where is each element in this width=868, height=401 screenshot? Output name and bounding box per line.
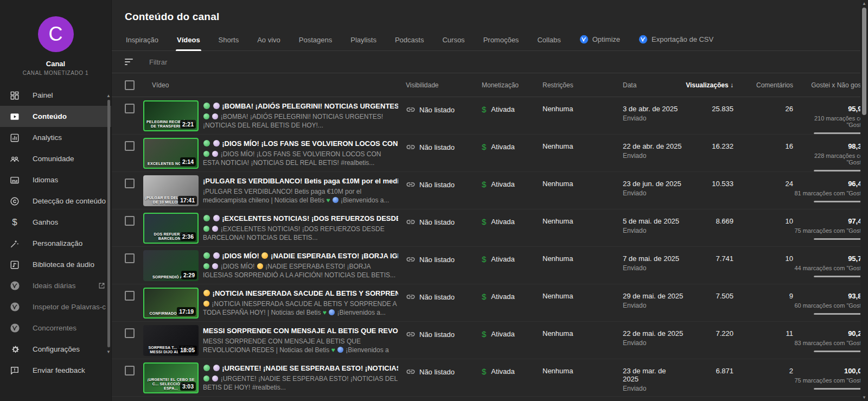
monetization-dollar-icon: $ <box>482 180 486 189</box>
sidebar-item-label: Concorrentes <box>33 324 76 332</box>
like-ratio-bar <box>814 201 868 202</box>
emoji-dot-icon <box>212 263 218 269</box>
sidebar-item-biblioteca-de-audio[interactable]: Biblioteca de áudio <box>0 254 111 275</box>
sidebar-item-label: Ideais diárias <box>33 282 76 290</box>
video-table-body: PELEGRINI RECIBIÓ PRO DE TRANSFERENC... … <box>112 97 868 397</box>
sidebar-item-painel[interactable]: Painel <box>0 85 111 106</box>
sidebar-item-configuracoes[interactable]: Configurações <box>0 339 111 360</box>
video-title[interactable]: MESSI SORPRENDE CON MENSAJE AL BETIS QUE… <box>203 326 398 336</box>
sidebar-item-ganhos[interactable]: $Ganhos <box>0 212 111 233</box>
like-count-note: 81 marcações com "Gostei" <box>793 190 868 196</box>
sidebar-item-enviar-feedback[interactable]: Enviar feedback <box>0 360 111 381</box>
video-thumbnail[interactable]: PELEGRINI RECIBIÓ PRO DE TRANSFERENC... … <box>143 100 199 131</box>
like-ratio-percent: 100,0% <box>793 367 868 375</box>
video-title[interactable]: ¡PULGAR ES VERDIBLANCO! Betis paga €10M … <box>203 176 398 186</box>
tab-collabs[interactable]: Collabs <box>536 31 561 50</box>
table-row[interactable]: DOS REFUERZOS BARCELONA 2:36 ¡EXCELENTES… <box>112 209 868 247</box>
row-checkbox[interactable] <box>125 253 135 263</box>
tab-inspiracao[interactable]: Inspiração <box>125 31 159 50</box>
tab-ao-vivo[interactable]: Ao vivo <box>256 31 282 50</box>
column-header-video[interactable]: Vídeo <box>143 81 406 89</box>
views-count: 7.505 <box>684 292 733 300</box>
table-row[interactable]: CONFIRMADO AHORA 17:19 ¡NOTICIA INESPERA… <box>112 284 868 322</box>
column-header-monetization[interactable]: Monetização <box>482 81 542 89</box>
emoji-dot-icon <box>337 347 343 353</box>
row-checkbox[interactable] <box>125 216 135 226</box>
sidebar-item-deteccao-de-conteudo[interactable]: Detecção de conteúdo <box>0 190 111 212</box>
row-checkbox[interactable] <box>125 104 135 113</box>
column-header-comments[interactable]: Comentários <box>733 81 793 89</box>
emoji-dot-icon <box>203 375 209 381</box>
main-scrollbar-thumb[interactable] <box>862 8 866 115</box>
row-checkbox[interactable] <box>125 179 135 188</box>
tab-postagens[interactable]: Postagens <box>298 31 333 50</box>
table-row[interactable]: ¡URGENTE! EL CEBO SE C... SELECCIÓN DE E… <box>112 359 868 397</box>
tab-shorts[interactable]: Shorts <box>218 31 240 50</box>
video-date-status: Enviado <box>623 264 684 272</box>
column-header-likes[interactable]: Gostei x Não gostei <box>793 81 868 89</box>
video-title[interactable]: ¡DIOS MÍO! ¡NADIE ESPERABA ESTO! ¡BORJA … <box>203 251 398 261</box>
video-thumbnail[interactable]: SORPRENDIÓ A T... 2:29 <box>143 250 199 281</box>
emoji-dot-icon <box>257 263 263 269</box>
views-count: 8.669 <box>684 217 733 225</box>
like-ratio-bar <box>814 351 868 352</box>
select-all-checkbox[interactable] <box>125 80 135 90</box>
sidebar-item-label: Comunidade <box>33 155 74 163</box>
sidebar-item-ideais-diarias[interactable]: Ideais diárias <box>0 275 111 296</box>
table-row[interactable]: SORPRENDIÓ A T... 2:29 ¡DIOS MÍO! ¡NADIE… <box>112 247 868 284</box>
video-title[interactable]: ¡BOMBA! ¡ADIÓS PELEGRINI! NOTICIAS URGEN… <box>203 101 398 111</box>
channel-avatar[interactable]: C <box>38 16 74 52</box>
sidebar-item-concorrentes[interactable]: Concorrentes <box>0 317 111 339</box>
sidebar-scroll-down-icon[interactable]: ▼ <box>106 349 111 354</box>
table-row[interactable]: PELEGRINI RECIBIÓ PRO DE TRANSFERENC... … <box>112 97 868 135</box>
column-header-date[interactable]: Data <box>623 81 684 89</box>
tab-playlists[interactable]: Playlists <box>349 31 378 50</box>
row-checkbox[interactable] <box>125 141 135 151</box>
video-thumbnail[interactable]: CONFIRMADO AHORA 17:19 <box>143 288 199 319</box>
row-checkbox[interactable] <box>125 328 135 338</box>
tab-promocoes[interactable]: Promoções <box>482 31 520 50</box>
video-thumbnail[interactable]: DOS REFUERZOS BARCELONA 2:36 <box>143 213 199 244</box>
tab-cursos[interactable]: Cursos <box>441 31 465 50</box>
audio-library-icon <box>9 259 21 271</box>
sidebar-scrollbar[interactable] <box>107 100 110 347</box>
sidebar-item-conteudo[interactable]: Conteúdo <box>0 106 111 127</box>
table-row[interactable]: ¡PULGAR ES DEL FICHAJE DE 10 MILLONES € … <box>112 172 868 209</box>
tab-optimize[interactable]: Optimize <box>578 30 621 50</box>
video-title[interactable]: ¡EXCELENTES NOTICIAS! ¡DOS REFUERZOS DES… <box>203 214 398 224</box>
column-header-visibility[interactable]: Visibilidade <box>406 81 482 89</box>
video-thumbnail[interactable]: SORPRESA T... LO QUE MESSI DIJO AL BETIS… <box>143 325 199 356</box>
sidebar-scroll-up-icon[interactable]: ▲ <box>106 93 111 98</box>
sidebar-item-analytics[interactable]: Analytics <box>0 127 111 148</box>
like-ratio-percent: 93,8% <box>793 292 868 300</box>
video-thumbnail[interactable]: ¡URGENTE! EL CEBO SE C... SELECCIÓN DE E… <box>143 362 199 393</box>
video-title[interactable]: ¡URGENTE! ¡NADIE SE ESPERABA ESTO! ¡NOTI… <box>203 364 398 373</box>
scroll-down-icon[interactable]: ▼ <box>862 395 866 400</box>
monetization-label: Ativada <box>491 292 514 301</box>
tab-podcasts[interactable]: Podcasts <box>394 31 425 50</box>
tab-videos[interactable]: Vídeos <box>176 31 201 50</box>
main-scrollbar-track[interactable]: ▲ ▼ <box>860 0 868 401</box>
video-thumbnail[interactable]: EXCELENTES NOTICIAS 2:14 <box>143 138 199 169</box>
video-title[interactable]: ¡DIOS MÍO! ¡LOS FANS SE VOLVIERON LOCOS … <box>203 139 398 149</box>
row-checkbox[interactable] <box>125 291 135 301</box>
sidebar-item-inspetor-de-palavras-chav[interactable]: Inspetor de Palavras-chav <box>0 296 111 317</box>
table-row[interactable]: SORPRESA T... LO QUE MESSI DIJO AL BETIS… <box>112 322 868 359</box>
video-thumbnail[interactable]: ¡PULGAR ES DEL FICHAJE DE 10 MILLONES € … <box>143 175 199 206</box>
tab-label: Playlists <box>350 36 376 44</box>
like-ratio-percent: 90,2% <box>793 329 868 338</box>
row-checkbox[interactable] <box>125 366 135 375</box>
tab-exportacao-de-csv[interactable]: Exportação de CSV <box>637 30 714 50</box>
video-title[interactable]: ¡NOTICIA INESPERADA SACUDE AL BETIS Y SO… <box>203 289 398 298</box>
filter-input[interactable] <box>148 58 367 67</box>
column-header-views[interactable]: Visualizações ↓ <box>684 81 733 89</box>
video-date-status: Enviado <box>623 152 684 160</box>
filter-icon[interactable] <box>125 59 133 65</box>
sidebar-item-personalizacao[interactable]: Personalização <box>0 233 111 254</box>
dashboard-icon <box>9 90 21 101</box>
scroll-up-icon[interactable]: ▲ <box>862 1 866 6</box>
table-row[interactable]: EXCELENTES NOTICIAS 2:14 ¡DIOS MÍO! ¡LOS… <box>112 135 868 172</box>
sidebar-item-comunidade[interactable]: Comunidade <box>0 148 111 169</box>
column-header-restrictions[interactable]: Restrições <box>542 81 623 89</box>
sidebar-item-idiomas[interactable]: Idiomas <box>0 169 111 190</box>
